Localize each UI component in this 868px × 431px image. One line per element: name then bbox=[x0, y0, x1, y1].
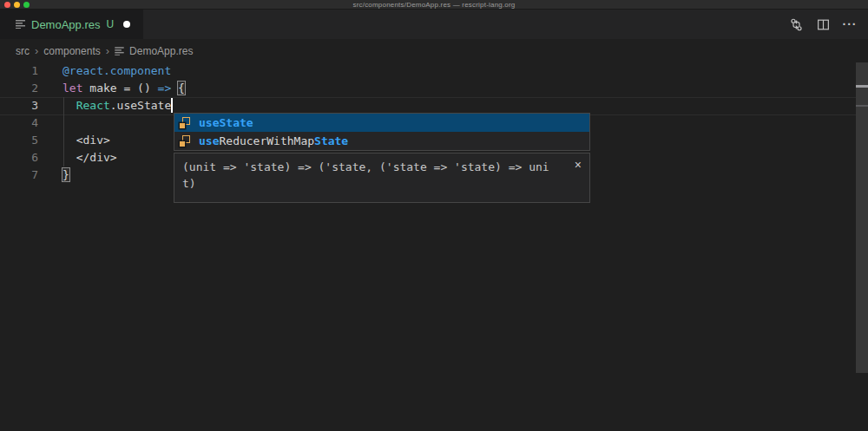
symbol-class-icon bbox=[178, 116, 192, 130]
code-token: } bbox=[62, 168, 69, 181]
tab-bar: DemoApp.res U ··· bbox=[0, 10, 868, 39]
dirty-indicator-icon[interactable] bbox=[123, 21, 130, 28]
close-icon[interactable]: × bbox=[575, 158, 582, 172]
chevron-right-icon: › bbox=[106, 44, 109, 57]
split-editor-icon[interactable] bbox=[815, 16, 831, 32]
code-token: <div> bbox=[62, 134, 110, 147]
chevron-right-icon: › bbox=[35, 44, 38, 57]
file-icon bbox=[115, 47, 123, 56]
code-token: { bbox=[178, 82, 185, 95]
tab-label: DemoApp.res bbox=[31, 18, 100, 31]
suggestion-label: useReducerWithMapState bbox=[199, 134, 348, 147]
git-status-badge: U bbox=[106, 18, 114, 30]
code-token: let bbox=[62, 82, 82, 95]
scrollbar[interactable] bbox=[856, 62, 868, 373]
window-title: src/components/DemoApp.res — rescript-la… bbox=[0, 1, 868, 9]
line-number[interactable]: 7 bbox=[0, 167, 38, 184]
code-token bbox=[171, 82, 178, 95]
suggestion-label: useState bbox=[199, 116, 253, 129]
line-number-gutter: 1234567 bbox=[0, 62, 38, 184]
line-number[interactable]: 3 bbox=[0, 97, 38, 114]
breadcrumb-item-components[interactable]: components bbox=[43, 45, 100, 57]
overview-ruler-mark bbox=[856, 85, 868, 88]
autocomplete-popup: useStateuseReducerWithMapState (unit => … bbox=[174, 113, 590, 203]
code-line[interactable]: React.useState bbox=[62, 97, 854, 114]
suggestion-list: useStateuseReducerWithMapState bbox=[174, 113, 590, 151]
open-changes-icon[interactable] bbox=[788, 16, 804, 32]
suggestion-doc-panel: (unit => 'state) => ('state, ('state => … bbox=[174, 153, 590, 203]
code-token: </div> bbox=[62, 151, 117, 164]
line-number[interactable]: 2 bbox=[0, 80, 38, 97]
code-line[interactable]: let make = () => { bbox=[62, 80, 854, 97]
more-actions-label: ··· bbox=[843, 20, 858, 29]
editor-actions: ··· bbox=[788, 10, 858, 39]
symbol-class-icon bbox=[178, 134, 192, 148]
code-token bbox=[62, 99, 76, 112]
code-line[interactable]: @react.component bbox=[62, 62, 854, 80]
suggestion-item-useState[interactable]: useState bbox=[174, 114, 589, 132]
text-cursor bbox=[171, 98, 173, 113]
breadcrumb-item-file[interactable]: DemoApp.res bbox=[129, 45, 193, 57]
suggestion-item-useReducerWithMapState[interactable]: useReducerWithMapState bbox=[174, 132, 589, 150]
code-token: @react.component bbox=[62, 64, 171, 77]
type-signature: (unit => 'state) => ('state, ('state => … bbox=[182, 159, 567, 192]
file-icon bbox=[16, 20, 25, 29]
code-token: .useState bbox=[110, 99, 171, 112]
line-number[interactable]: 1 bbox=[0, 62, 38, 80]
code-token: React bbox=[76, 99, 110, 112]
code-token: make = () bbox=[82, 82, 157, 95]
breadcrumb-item-src[interactable]: src bbox=[16, 45, 30, 57]
titlebar: src/components/DemoApp.res — rescript-la… bbox=[0, 0, 868, 10]
tab-demoapp[interactable]: DemoApp.res U bbox=[0, 10, 143, 39]
line-number[interactable]: 4 bbox=[0, 114, 38, 132]
more-actions-icon[interactable]: ··· bbox=[842, 16, 858, 32]
line-number[interactable]: 6 bbox=[0, 149, 38, 167]
code-token: => bbox=[158, 82, 172, 95]
breadcrumb: src › components › DemoApp.res bbox=[0, 39, 868, 62]
line-number[interactable]: 5 bbox=[0, 132, 38, 149]
overview-ruler-mark bbox=[856, 105, 868, 107]
vscode-window: src/components/DemoApp.res — rescript-la… bbox=[0, 0, 868, 431]
